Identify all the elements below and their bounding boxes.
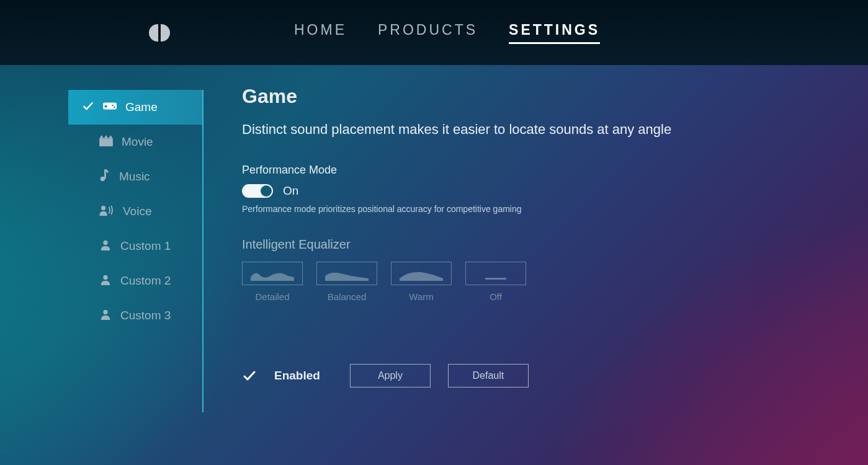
eq-curve-off-icon	[474, 270, 517, 281]
eq-option-balanced[interactable]: Balanced	[316, 262, 377, 302]
sidebar-item-movie[interactable]: Movie	[68, 125, 202, 159]
eq-curve-detailed-icon	[251, 270, 294, 281]
music-icon	[99, 169, 110, 185]
sidebar-item-music[interactable]: Music	[68, 159, 202, 194]
sidebar-item-label: Game	[125, 100, 158, 114]
enabled-check-icon	[242, 368, 257, 383]
check-icon	[82, 100, 94, 115]
sidebar-item-label: Custom 2	[120, 274, 171, 288]
svg-point-10	[103, 275, 107, 279]
svg-point-9	[103, 240, 107, 244]
sidebar-item-custom-1[interactable]: Custom 1	[68, 229, 202, 264]
svg-rect-5	[99, 138, 113, 146]
eq-curve-warm-icon	[400, 270, 443, 281]
sidebar-item-game[interactable]: Game	[68, 90, 202, 125]
svg-point-11	[103, 309, 107, 314]
svg-rect-2	[104, 106, 107, 107]
eq-option-off[interactable]: Off	[465, 262, 526, 302]
eq-option-label: Warm	[391, 291, 452, 302]
nav-products[interactable]: PRODUCTS	[378, 22, 478, 44]
page-description: Distinct sound placement makes it easier…	[242, 122, 800, 138]
svg-point-3	[112, 105, 114, 107]
eq-option-warm[interactable]: Warm	[391, 262, 452, 302]
sidebar-item-label: Voice	[123, 205, 151, 218]
brand-logo-icon	[149, 24, 170, 42]
default-button[interactable]: Default	[448, 364, 529, 388]
person-icon	[99, 309, 112, 323]
performance-mode-state: On	[283, 184, 298, 198]
enabled-label: Enabled	[274, 369, 320, 383]
top-bar: HOME PRODUCTS SETTINGS	[0, 0, 868, 65]
settings-panel: Game Distinct sound placement makes it e…	[242, 85, 800, 388]
eq-option-detailed[interactable]: Detailed	[242, 262, 303, 302]
gamepad-icon	[103, 100, 117, 114]
eq-option-label: Balanced	[316, 291, 377, 302]
apply-button[interactable]: Apply	[350, 364, 431, 388]
nav-settings[interactable]: SETTINGS	[509, 22, 600, 44]
voice-icon	[99, 205, 114, 219]
equalizer-options: Detailed Balanced Warm Off	[242, 262, 800, 302]
person-icon	[99, 274, 112, 288]
svg-point-8	[101, 205, 105, 210]
eq-curve-balanced-icon	[325, 270, 369, 281]
profile-sidebar: Game Movie Music Voice Custom 1	[68, 90, 204, 412]
sidebar-item-label: Custom 1	[120, 239, 171, 253]
svg-rect-7	[104, 169, 106, 179]
performance-mode-label: Performance Mode	[242, 164, 800, 177]
eq-option-label: Off	[465, 291, 526, 302]
sidebar-item-label: Custom 3	[120, 309, 171, 322]
sidebar-item-custom-3[interactable]: Custom 3	[68, 298, 202, 333]
eq-option-label: Detailed	[242, 291, 303, 302]
svg-point-6	[101, 176, 105, 180]
performance-mode-toggle[interactable]	[242, 184, 273, 198]
top-nav: HOME PRODUCTS SETTINGS	[294, 22, 600, 44]
svg-rect-12	[485, 278, 506, 280]
equalizer-label: Intelligent Equalizer	[242, 237, 800, 252]
person-icon	[99, 239, 112, 254]
sidebar-item-label: Music	[119, 170, 150, 184]
nav-home[interactable]: HOME	[294, 22, 347, 44]
performance-mode-hint: Performance mode prioritizes positional …	[242, 204, 800, 214]
sidebar-item-label: Movie	[122, 135, 153, 149]
sidebar-item-custom-2[interactable]: Custom 2	[68, 264, 202, 298]
svg-point-4	[114, 107, 115, 108]
page-title: Game	[242, 85, 800, 108]
movie-icon	[99, 135, 113, 149]
sidebar-item-voice[interactable]: Voice	[68, 194, 202, 229]
